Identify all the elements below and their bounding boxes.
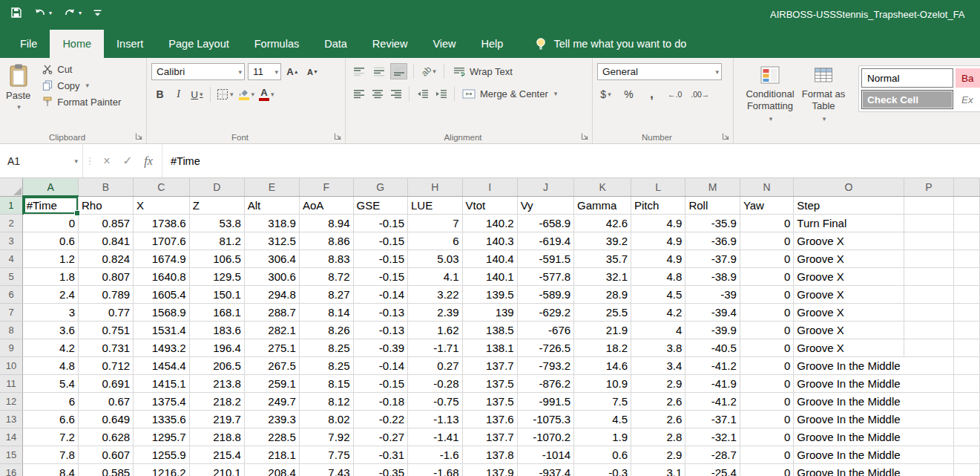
cell-partial-8[interactable] [954, 321, 980, 339]
font-color-button[interactable]: A▾ [257, 86, 276, 102]
cell-I3[interactable]: 140.3 [462, 232, 517, 250]
cell-partial-2[interactable] [954, 214, 980, 232]
cell-M10[interactable]: -41.2 [685, 356, 740, 374]
row-header-9[interactable]: 9 [0, 339, 23, 356]
cell-M2[interactable]: -35.9 [685, 214, 740, 232]
row-header-13[interactable]: 13 [0, 410, 23, 428]
cell-M15[interactable]: -28.7 [685, 446, 740, 463]
cell-G4[interactable]: -0.15 [353, 250, 408, 267]
cell-N3[interactable]: 0 [740, 232, 793, 250]
cell-P10[interactable] [904, 356, 954, 374]
cell-L5[interactable]: 4.8 [631, 267, 685, 285]
cell-A10[interactable]: 4.8 [23, 356, 79, 374]
cell-E3[interactable]: 312.5 [244, 232, 299, 250]
cell-N6[interactable]: 0 [740, 285, 793, 303]
cell-O4[interactable]: Groove X [794, 250, 904, 267]
cell-K16[interactable]: -0.3 [574, 463, 631, 476]
cell-style-bad[interactable]: Ba [956, 68, 980, 88]
cell-P15[interactable] [904, 446, 954, 463]
cell-E4[interactable]: 306.4 [244, 250, 299, 267]
cell-F15[interactable]: 7.75 [299, 446, 353, 463]
cell-D1[interactable]: Z [189, 196, 244, 214]
cell-H5[interactable]: 4.1 [408, 267, 463, 285]
cell-J12[interactable]: -991.5 [517, 392, 573, 410]
cell-E2[interactable]: 318.9 [244, 214, 299, 232]
merge-center-dropdown-icon[interactable]: ▾ [554, 90, 558, 97]
cell-K14[interactable]: 1.9 [574, 428, 631, 446]
cell-L3[interactable]: 4.9 [631, 232, 685, 250]
column-header-K[interactable]: K [574, 178, 631, 196]
format-painter-button[interactable]: Format Painter [39, 94, 124, 110]
cell-D12[interactable]: 218.2 [189, 392, 244, 410]
tab-home[interactable]: Home [50, 30, 104, 58]
cell-B10[interactable]: 0.712 [78, 356, 133, 374]
row-header-4[interactable]: 4 [0, 250, 23, 267]
cell-N4[interactable]: 0 [740, 250, 793, 267]
cell-J14[interactable]: -1070.2 [517, 428, 573, 446]
cell-B2[interactable]: 0.857 [78, 214, 133, 232]
fill-color-dropdown-icon[interactable]: ▾ [251, 91, 255, 98]
cell-F4[interactable]: 8.83 [299, 250, 353, 267]
column-header-D[interactable]: D [189, 178, 244, 196]
cell-partial-5[interactable] [954, 267, 980, 285]
borders-dropdown-icon[interactable]: ▾ [230, 91, 234, 98]
column-header-C[interactable]: C [134, 178, 190, 196]
increase-indent-button[interactable] [433, 85, 450, 102]
cell-A4[interactable]: 1.2 [23, 250, 79, 267]
cell-E5[interactable]: 300.6 [244, 267, 299, 285]
middle-align-button[interactable] [370, 63, 387, 79]
row-header-3[interactable]: 3 [0, 232, 23, 250]
cell-O12[interactable]: Groove In the Middle [794, 392, 904, 410]
cell-partial-3[interactable] [954, 232, 980, 250]
cell-partial-4[interactable] [954, 250, 980, 267]
cell-I15[interactable]: 137.8 [462, 446, 517, 463]
percent-style-button[interactable]: % [620, 86, 637, 102]
number-format-select[interactable]: General▾ [597, 63, 722, 80]
cell-F5[interactable]: 8.72 [299, 267, 353, 285]
cell-P3[interactable] [904, 232, 954, 250]
cell-H16[interactable]: -1.68 [408, 463, 463, 476]
cell-H14[interactable]: -1.41 [408, 428, 463, 446]
cell-style-explanatory[interactable]: Ex [956, 90, 980, 109]
cell-I8[interactable]: 138.5 [462, 321, 517, 339]
row-header-7[interactable]: 7 [0, 303, 23, 321]
cell-C10[interactable]: 1454.4 [134, 356, 190, 374]
cell-C12[interactable]: 1375.4 [134, 392, 190, 410]
cell-P11[interactable] [904, 374, 954, 392]
cell-K7[interactable]: 25.5 [574, 303, 631, 321]
cell-P8[interactable] [904, 321, 954, 339]
cell-H10[interactable]: 0.27 [408, 356, 463, 374]
cell-I10[interactable]: 137.7 [462, 356, 517, 374]
cell-partial-11[interactable] [954, 374, 980, 392]
name-box[interactable]: A1▾ [0, 144, 83, 177]
cell-partial-9[interactable] [954, 339, 980, 356]
cell-L7[interactable]: 4.2 [631, 303, 685, 321]
cell-A2[interactable]: 0 [23, 214, 79, 232]
insert-function-button[interactable]: fx [138, 151, 159, 172]
row-header-8[interactable]: 8 [0, 321, 23, 339]
cell-F13[interactable]: 8.02 [299, 410, 353, 428]
column-header-partial[interactable] [954, 178, 980, 196]
cell-E8[interactable]: 282.1 [244, 321, 299, 339]
undo-button[interactable]: ▾ [33, 7, 52, 18]
alignment-dialog-launcher[interactable] [581, 132, 589, 140]
cell-J10[interactable]: -793.2 [517, 356, 573, 374]
cell-E13[interactable]: 239.3 [244, 410, 299, 428]
cell-C13[interactable]: 1335.6 [134, 410, 190, 428]
cell-O15[interactable]: Groove In the Middle [794, 446, 904, 463]
cell-P16[interactable] [904, 463, 954, 476]
cell-E10[interactable]: 267.5 [244, 356, 299, 374]
redo-dropdown-icon[interactable]: ▾ [79, 10, 82, 16]
cell-style-normal[interactable]: Normal [861, 68, 953, 88]
cell-P2[interactable] [904, 214, 954, 232]
cell-H2[interactable]: 7 [408, 214, 463, 232]
tab-formulas[interactable]: Formulas [242, 30, 312, 58]
cell-C15[interactable]: 1255.9 [134, 446, 190, 463]
cell-N13[interactable]: 0 [740, 410, 793, 428]
decrease-indent-button[interactable] [414, 85, 431, 102]
cell-C7[interactable]: 1568.9 [134, 303, 190, 321]
cell-J3[interactable]: -619.4 [517, 232, 573, 250]
cell-O7[interactable]: Groove X [794, 303, 904, 321]
cell-D8[interactable]: 183.6 [189, 321, 244, 339]
column-header-G[interactable]: G [353, 178, 408, 196]
